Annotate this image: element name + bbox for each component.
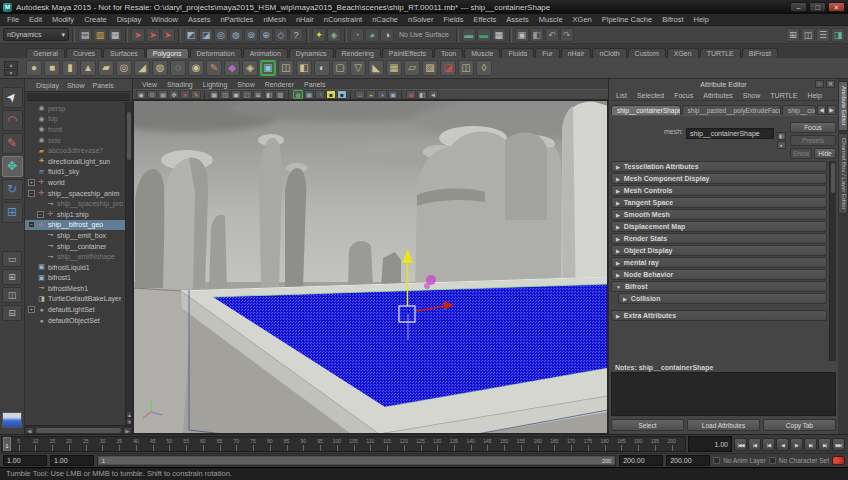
- select-tool[interactable]: ➤: [2, 87, 23, 108]
- layout-four-pane-button[interactable]: ⊞: [2, 269, 22, 285]
- bookmark-icon[interactable]: ✥: [169, 90, 179, 99]
- menu-set-dropdown[interactable]: nDynamics ▾: [3, 28, 69, 41]
- sculpt-tool-icon[interactable]: ✎: [206, 60, 222, 76]
- step-forward-frame-button[interactable]: ▶|: [818, 438, 831, 451]
- shelf-tab-toon[interactable]: Toon: [434, 48, 463, 58]
- outliner-item-bifrost1[interactable]: ▣bifrost1: [25, 273, 125, 284]
- reduce-icon[interactable]: ▽: [350, 60, 366, 76]
- paste-icon[interactable]: ◧: [530, 28, 544, 42]
- section-tangent-space[interactable]: ▶Tangent Space: [611, 197, 827, 208]
- layout-persp-outliner-button[interactable]: ◫: [2, 287, 22, 303]
- use-all-lights-icon[interactable]: ■: [326, 90, 336, 99]
- section-smooth-mesh[interactable]: ▶Smooth Mesh: [611, 209, 827, 220]
- outliner-item-persp[interactable]: ◉persp: [25, 103, 125, 114]
- new-scene-icon[interactable]: ▤: [78, 28, 92, 42]
- outliner-horizontal-scrollbar[interactable]: ◀ ▶: [25, 425, 132, 434]
- shelf-tab-surfaces[interactable]: Surfaces: [103, 48, 145, 58]
- camera-attributes-icon[interactable]: ▤: [158, 90, 168, 99]
- playback-end-field[interactable]: 200.00: [619, 455, 663, 466]
- presets-button[interactable]: Presets: [790, 135, 836, 146]
- ae-tab-ship-containershape[interactable]: ship__containerShape: [611, 105, 681, 115]
- outliner-item-ship-container[interactable]: ⊸ship__container: [25, 241, 125, 252]
- ae-menu-attributes[interactable]: Attributes: [698, 92, 738, 99]
- scrollbar-thumb[interactable]: [831, 163, 835, 193]
- poly-sphere-icon[interactable]: ●: [26, 60, 42, 76]
- outliner-item-fluid1-sky[interactable]: ≋fluid1_sky: [25, 167, 125, 178]
- poly-text-icon[interactable]: ◈: [242, 60, 258, 76]
- snap-curve-icon[interactable]: ◪: [199, 28, 213, 42]
- separate-icon[interactable]: ◫: [278, 60, 294, 76]
- viewport-menu-panels[interactable]: Panels: [299, 81, 330, 88]
- construction-history-icon[interactable]: ◈: [327, 28, 341, 42]
- shelf-tab-animation[interactable]: Animation: [243, 48, 288, 58]
- maximize-button[interactable]: □: [809, 2, 826, 12]
- menu-fields[interactable]: Fields: [438, 15, 468, 24]
- new-layer-icon[interactable]: ▦: [492, 28, 506, 42]
- node-swatch-icon[interactable]: ◧: [777, 132, 786, 140]
- poly-helix-icon[interactable]: ◌: [170, 60, 186, 76]
- wireframe-icon[interactable]: ◍: [293, 90, 303, 99]
- lasso-select-tool[interactable]: ◠: [2, 110, 23, 131]
- render-settings-icon[interactable]: ◑: [380, 28, 394, 42]
- outliner-item-world[interactable]: +✛world: [25, 177, 125, 188]
- shelf-tab-fluids[interactable]: Fluids: [501, 48, 534, 58]
- outliner-item-ship-spaceship-anim[interactable]: −✛ship__spaceship_anim: [25, 188, 125, 199]
- menu-nconstraint[interactable]: nConstraint: [319, 15, 367, 24]
- play-forwards-button[interactable]: ▶: [790, 438, 803, 451]
- shelf-tab-up-icon[interactable]: ▲: [4, 61, 18, 68]
- expander-icon[interactable]: −: [37, 211, 44, 218]
- outliner-vertical-scrollbar[interactable]: ▲ ▼: [125, 102, 132, 425]
- multisample-icon[interactable]: ◑: [377, 90, 387, 99]
- auto-keyframe-icon[interactable]: [832, 456, 845, 465]
- poly-cube-icon[interactable]: ■: [44, 60, 60, 76]
- ae-menu-list[interactable]: List: [611, 92, 632, 99]
- section-bifrost[interactable]: ▼Bifrost: [611, 281, 827, 292]
- safe-action-icon[interactable]: ⊞: [253, 90, 263, 99]
- go-to-start-button[interactable]: |◀◀: [734, 438, 747, 451]
- shaded-icon[interactable]: ▦: [304, 90, 314, 99]
- menu-modify[interactable]: Modify: [47, 15, 79, 24]
- outliner-item-turtledefaultbakelayer[interactable]: ◨TurtleDefaultBakeLayer: [25, 294, 125, 305]
- platonic-solid-icon[interactable]: ◆: [224, 60, 240, 76]
- expander-icon[interactable]: −: [28, 190, 35, 197]
- tab-scroll-left-icon[interactable]: ◀: [817, 105, 826, 115]
- make-live-icon[interactable]: ⊕: [259, 28, 273, 42]
- shadows-icon[interactable]: ■: [337, 90, 347, 99]
- play-backwards-button[interactable]: ◀: [776, 438, 789, 451]
- range-bar[interactable]: 1 200: [97, 455, 616, 466]
- scale-tool[interactable]: ⊞: [2, 202, 23, 223]
- show-button[interactable]: Show: [790, 148, 812, 159]
- focus-button[interactable]: Focus: [790, 122, 836, 133]
- outliner-item-ship-spaceship-pro[interactable]: ⊸ship__spaceship_pro: [25, 198, 125, 209]
- close-button[interactable]: ✕: [828, 2, 845, 12]
- scroll-left-icon[interactable]: ◀: [25, 427, 34, 434]
- outliner-item-bifrostliquid1[interactable]: ▣bifrostLiquid1: [25, 262, 125, 273]
- exposure-icon[interactable]: ▣: [388, 90, 398, 99]
- step-back-frame-button[interactable]: |◀: [748, 438, 761, 451]
- range-bar-thumb[interactable]: 1 200: [99, 457, 614, 464]
- menu-nparticles[interactable]: nParticles: [215, 15, 258, 24]
- safe-title-icon[interactable]: ◧: [264, 90, 274, 99]
- help-icon[interactable]: ?: [289, 28, 303, 42]
- snap-grid-icon[interactable]: ◩: [184, 28, 198, 42]
- select-button[interactable]: Select: [611, 419, 684, 431]
- poly-pipe-icon[interactable]: ◍: [152, 60, 168, 76]
- menu-muscle[interactable]: Muscle: [534, 15, 568, 24]
- smooth-icon[interactable]: ▢: [332, 60, 348, 76]
- outliner-item-front[interactable]: ◉front: [25, 124, 125, 135]
- isolate-select-icon[interactable]: ◉: [406, 90, 416, 99]
- viewport-menu-shading[interactable]: Shading: [162, 81, 198, 88]
- shelf-tab-rendering[interactable]: Rendering: [335, 48, 381, 58]
- section-mesh-component-display[interactable]: ▶Mesh Component Display: [611, 173, 827, 184]
- select-component-icon[interactable]: ➤: [161, 28, 175, 42]
- step-forward-key-button[interactable]: ▶|: [804, 438, 817, 451]
- boolean-icon[interactable]: ◐: [314, 60, 330, 76]
- anim-layer-checkbox[interactable]: [713, 457, 720, 464]
- symmetry-icon[interactable]: ◇: [274, 28, 288, 42]
- menu-file[interactable]: File: [2, 15, 24, 24]
- playback-start-field[interactable]: 1.00: [50, 455, 94, 466]
- motion-blur-icon[interactable]: ◒: [366, 90, 376, 99]
- section-mental-ray[interactable]: ▶mental ray: [611, 257, 827, 268]
- tab-attribute-editor[interactable]: Attribute Editor: [838, 81, 848, 131]
- menu-edit[interactable]: Edit: [24, 15, 47, 24]
